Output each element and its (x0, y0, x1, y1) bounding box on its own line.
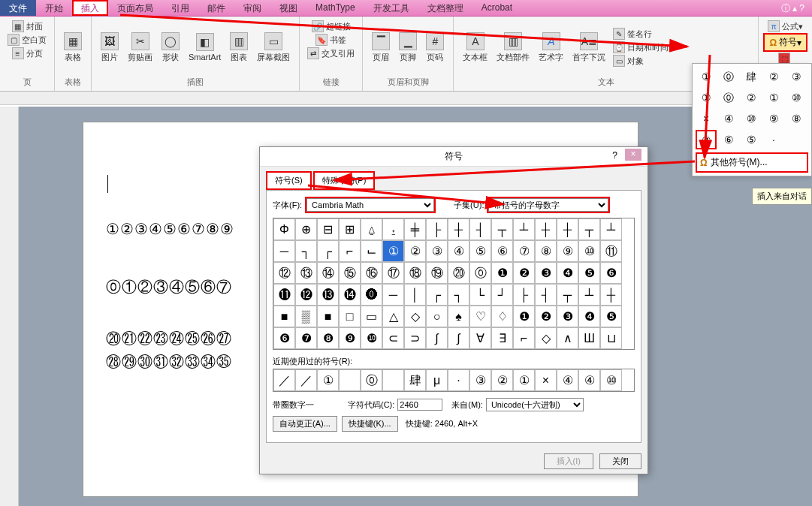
picture-button[interactable]: 🖼图片 (96, 31, 123, 65)
grid-cell[interactable]: ○ (426, 306, 448, 327)
grid-cell[interactable]: ❻ (600, 262, 622, 284)
tab-pagelayout[interactable]: 页面布局 (108, 0, 162, 16)
cover-page-button[interactable]: ▦封面 (9, 20, 46, 33)
grid-cell[interactable]: ┼ (557, 218, 578, 240)
hyperlink-button[interactable]: 🔗超链接 (309, 20, 354, 33)
grid-cell[interactable]: ┌ (426, 284, 448, 306)
grid-cell[interactable]: ⑯ (361, 262, 382, 284)
grid-cell[interactable]: ▭ (361, 306, 382, 327)
grid-cell[interactable]: ❻ (273, 327, 295, 349)
grid-cell[interactable]: ♡ (469, 306, 491, 327)
grid-cell[interactable]: ┴ (600, 218, 622, 240)
recent-cell[interactable]: ／ (273, 369, 295, 391)
object-button[interactable]: ▭对象 (610, 54, 672, 68)
grid-cell[interactable]: ⑦ (513, 240, 535, 262)
grid-cell[interactable]: ■ (317, 306, 339, 327)
symbol-cell[interactable]: ① (696, 88, 717, 107)
grid-cell[interactable]: ① (382, 240, 404, 262)
grid-cell[interactable]: ③ (426, 240, 448, 262)
grid-cell[interactable]: ⓮ (339, 284, 361, 306)
recent-cell[interactable]: ② (491, 369, 513, 391)
grid-cell[interactable]: ┤ (469, 218, 491, 240)
grid-cell[interactable]: ┘ (491, 284, 513, 306)
grid-cell[interactable]: ⓬ (295, 284, 317, 306)
grid-cell[interactable]: ⌐ (339, 240, 361, 262)
grid-cell[interactable]: ❸ (535, 262, 557, 284)
dialog-close-icon[interactable]: × (625, 149, 641, 161)
help-icon[interactable]: ⓘ ▴ ? (774, 0, 812, 16)
grid-cell[interactable]: ♠ (448, 306, 469, 327)
grid-cell[interactable]: ♢ (491, 306, 513, 327)
grid-cell[interactable]: ⑧ (535, 240, 557, 262)
chart-button[interactable]: ▥图表 (225, 31, 252, 65)
grid-cell[interactable]: ⑩ (578, 240, 600, 262)
grid-cell[interactable]: ◇ (404, 306, 426, 327)
grid-cell[interactable]: ❿ (361, 327, 382, 349)
grid-cell[interactable]: Φ (273, 218, 295, 240)
grid-cell[interactable]: ┬ (557, 284, 578, 306)
close-button[interactable]: 关闭 (599, 453, 641, 469)
grid-cell[interactable]: ❶ (513, 306, 535, 327)
grid-cell[interactable]: ⌐ (513, 327, 535, 349)
table-button[interactable]: ▦表格 (59, 31, 86, 65)
grid-cell[interactable]: ⍚ (382, 218, 404, 240)
grid-cell[interactable]: ∀ (469, 327, 491, 349)
tab-file[interactable]: 文件 (0, 0, 36, 16)
grid-cell[interactable]: ❼ (295, 327, 317, 349)
grid-cell[interactable]: ┌ (317, 240, 339, 262)
insert-button[interactable]: 插入(I) (544, 453, 593, 469)
code-input[interactable] (397, 399, 442, 411)
recent-cell[interactable]: ⓪ (361, 369, 382, 391)
symbol-cell[interactable]: ⑩ (741, 109, 762, 128)
grid-cell[interactable]: ┐ (295, 240, 317, 262)
grid-cell[interactable]: ⍙ (361, 218, 382, 240)
textbox-button[interactable]: A文本框 (458, 31, 492, 65)
grid-cell[interactable]: □ (339, 306, 361, 327)
dropcap-button[interactable]: A≣首字下沉 (568, 31, 610, 65)
recent-cell[interactable]: ① (317, 369, 339, 391)
more-symbols-button[interactable]: Ω 其他符号(M)... (696, 152, 808, 173)
grid-cell[interactable]: ❾ (339, 327, 361, 349)
grid-cell[interactable]: ┼ (600, 284, 622, 306)
recent-cell[interactable]: ③ (469, 369, 491, 391)
recent-cell[interactable]: ／ (295, 369, 317, 391)
grid-cell[interactable]: ⊕ (295, 218, 317, 240)
footer-button[interactable]: ▁页脚 (394, 31, 421, 65)
recent-cell[interactable]: ④ (578, 369, 600, 391)
tab-insert[interactable]: 插入 (72, 0, 108, 16)
grid-cell[interactable]: ∃ (491, 327, 513, 349)
grid-cell[interactable]: ⑳ (448, 262, 469, 284)
clipart-button[interactable]: ✂剪贴画 (123, 31, 157, 65)
grid-cell[interactable]: ├ (513, 284, 535, 306)
grid-cell[interactable]: ┬ (491, 218, 513, 240)
grid-cell[interactable]: ┴ (578, 284, 600, 306)
symbol-cell[interactable]: · (763, 130, 784, 149)
grid-cell[interactable]: ⊟ (317, 218, 339, 240)
grid-cell[interactable]: ∫ (448, 327, 469, 349)
grid-cell[interactable]: ∧ (557, 327, 578, 349)
grid-cell[interactable]: ⓿ (361, 284, 382, 306)
font-select[interactable]: Cambria Math (306, 198, 434, 212)
signature-button[interactable]: ✎签名行 (610, 27, 672, 41)
symbol-cell[interactable]: ① (696, 67, 717, 86)
grid-cell[interactable]: ⑭ (317, 262, 339, 284)
tab-review[interactable]: 审阅 (234, 0, 270, 16)
symbol-cell[interactable]: × (696, 109, 717, 128)
symbol-cell[interactable]: ⑦ (696, 130, 717, 149)
grid-cell[interactable]: ⑰ (382, 262, 404, 284)
tab-mail[interactable]: 邮件 (198, 0, 234, 16)
symbol-cell[interactable]: ② (763, 67, 784, 86)
grid-cell[interactable]: ④ (448, 240, 469, 262)
autocorrect-button[interactable]: 自动更正(A)... (273, 416, 337, 432)
grid-cell[interactable]: ┤ (535, 284, 557, 306)
shapes-button[interactable]: ◯形状 (157, 31, 184, 65)
tab-home[interactable]: 开始 (36, 0, 72, 16)
recent-cell[interactable]: 肆 (404, 369, 426, 391)
recent-cell[interactable]: × (535, 369, 557, 391)
grid-cell[interactable]: ❶ (491, 262, 513, 284)
grid-cell[interactable]: └ (469, 284, 491, 306)
tab-docorg[interactable]: 文档整理 (418, 0, 472, 16)
wordart-button[interactable]: A艺术字 (534, 31, 568, 65)
tab-developer[interactable]: 开发工具 (364, 0, 418, 16)
blank-page-button[interactable]: ▢空白页 (5, 33, 50, 47)
